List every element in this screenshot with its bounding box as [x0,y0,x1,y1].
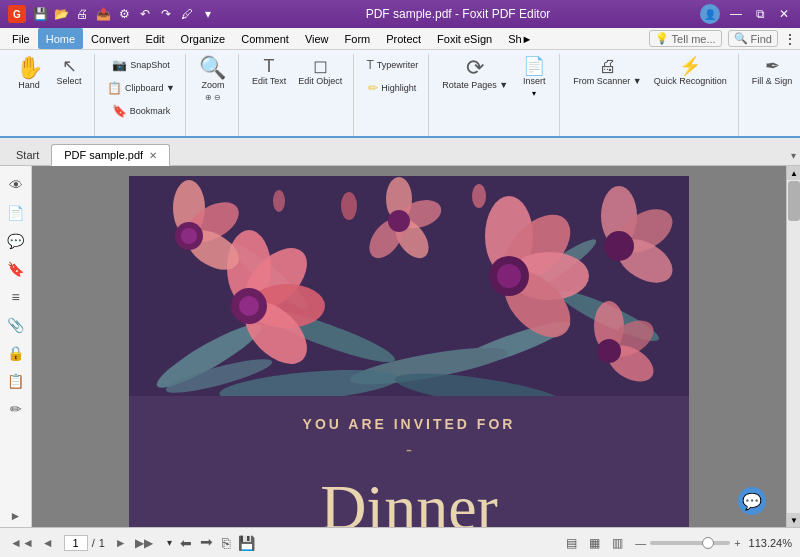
zoom-plus-button[interactable]: + [734,537,740,549]
menu-foxit-esign[interactable]: Foxit eSign [429,28,500,49]
status-right: ▤ ▦ ▥ — + 113.24% [561,534,792,552]
menu-comment[interactable]: Comment [233,28,297,49]
zoom-minus-button[interactable]: — [635,537,646,549]
sidebar-content-icon[interactable]: 📋 [5,370,27,392]
quick-recognition-button[interactable]: ⚡ Quick Recognition [649,54,732,122]
copy-icon[interactable]: ⎘ [222,535,230,551]
svg-point-13 [239,296,259,316]
sidebar-layers-icon[interactable]: ≡ [5,286,27,308]
sidebar-comments-icon[interactable]: 💬 [5,230,27,252]
typewriter-button[interactable]: T Typewriter [362,54,422,76]
sidebar-bookmarks-icon[interactable]: 🔖 [5,258,27,280]
ribbon-scanner-items: 🖨 From Scanner ▼ ⚡ Quick Recognition [568,54,731,136]
rotate-pages-button[interactable]: ⟳ Rotate Pages ▼ [437,54,513,122]
menu-organize[interactable]: Organize [173,28,234,49]
scroll-thumb[interactable] [788,181,800,221]
from-scanner-button[interactable]: 🖨 From Scanner ▼ [568,54,646,122]
dinner-text: Dinner [149,471,669,527]
sidebar-edit-icon[interactable]: ✏ [5,398,27,420]
snapshot-button[interactable]: 📷 SnapShot [103,54,179,76]
tab-scroll[interactable]: ▾ [791,150,796,165]
insert-dropdown: ▾ [532,89,536,98]
first-page-button[interactable]: ◄◄ [8,536,36,550]
restore-button[interactable]: ⧉ [752,6,768,22]
menu-protect[interactable]: Protect [378,28,429,49]
edit-text-button[interactable]: T Edit Text [247,54,291,122]
tools-icon[interactable]: 🖊 [179,6,195,22]
sidebar-pages-icon[interactable]: 📄 [5,202,27,224]
window-controls: 👤 — ⧉ ✕ [700,4,792,24]
tab-start[interactable]: Start [4,145,51,165]
tell-me-box[interactable]: 💡 Tell me... [649,30,722,47]
svg-point-37 [597,339,621,363]
scroll-track[interactable] [787,180,800,513]
bookmark-button[interactable]: 🔖 Bookmark [103,100,179,122]
edit-text-label: Edit Text [252,77,286,87]
ribbon-edit-items: T Edit Text ◻ Edit Object [247,54,347,136]
insert-button[interactable]: 📄 Insert ▾ [515,54,553,122]
tab-dropdown-icon[interactable]: ▾ [791,150,796,161]
two-page-view-button[interactable]: ▦ [584,534,604,552]
file-next-icon[interactable]: ⮕ [200,535,214,551]
fill-sign-button[interactable]: ✒ Fill & Sign [747,54,798,122]
menu-edit[interactable]: Edit [138,28,173,49]
clipboard-label: Clipboard ▼ [125,83,175,93]
save-status-icon[interactable]: 💾 [238,535,255,551]
svg-point-41 [341,192,357,220]
account-icon[interactable]: 👤 [700,4,720,24]
pdf-divider: - [149,440,669,461]
undo-icon[interactable]: ↶ [137,6,153,22]
print-icon[interactable]: 🖨 [74,6,90,22]
scroll-up-button[interactable]: ▲ [787,166,800,180]
save-icon[interactable]: 💾 [32,6,48,22]
page-dropdown-icon[interactable]: ▾ [167,537,172,548]
open-icon[interactable]: 📂 [53,6,69,22]
share-icon[interactable]: 📤 [95,6,111,22]
tell-me-text: Tell me... [672,33,716,45]
minimize-button[interactable]: — [728,6,744,22]
single-page-view-button[interactable]: ▤ [561,534,581,552]
menu-convert[interactable]: Convert [83,28,138,49]
status-page-info: / 1 [64,535,105,551]
next-page-button[interactable]: ► [113,536,129,550]
menu-home[interactable]: Home [38,28,83,49]
menu-share[interactable]: Sh► [500,28,540,49]
zoom-thumb[interactable] [702,537,714,549]
typewriter-col: T Typewriter ✏ Highlight [362,54,422,122]
ribbon-collapse-icon[interactable]: ⋮ [784,32,796,46]
menu-view[interactable]: View [297,28,337,49]
select-button[interactable]: ↖ Select [50,54,88,122]
tab-close-button[interactable]: ✕ [149,150,157,161]
redo-icon[interactable]: ↷ [158,6,174,22]
chat-icon[interactable]: 💬 [738,487,766,515]
ribbon-group-scanner: 🖨 From Scanner ▼ ⚡ Quick Recognition [562,54,738,136]
page-number-input[interactable] [64,535,88,551]
file-prev-icon[interactable]: ⬅ [180,535,192,551]
dropdown-icon[interactable]: ▾ [200,6,216,22]
page-total: 1 [99,537,105,549]
scroll-down-button[interactable]: ▼ [787,513,800,527]
last-page-button[interactable]: ▶▶ [133,536,155,550]
sidebar-security-icon[interactable]: 🔒 [5,342,27,364]
sidebar-attachments-icon[interactable]: 📎 [5,314,27,336]
scroll-view-button[interactable]: ▥ [607,534,627,552]
sidebar-collapse-icon[interactable]: ► [10,509,22,523]
find-box[interactable]: 🔍 Find [728,30,778,47]
prev-page-button[interactable]: ◄ [40,536,56,550]
hand-button[interactable]: ✋ Hand [10,54,48,122]
ribbon-sign-items: ✒ Fill & Sign 🔑 Activate 🛒 Buy Now [747,54,800,136]
right-scrollbar[interactable]: ▲ ▼ [786,166,800,527]
edit-object-button[interactable]: ◻ Edit Object [293,54,347,122]
quick-recognition-icon: ⚡ [679,57,701,75]
settings-icon[interactable]: ⚙ [116,6,132,22]
tab-pdf-sample[interactable]: PDF sample.pdf ✕ [51,144,170,166]
highlight-button[interactable]: ✏ Highlight [362,77,422,99]
sidebar-hand-icon[interactable]: 👁 [5,174,27,196]
menu-form[interactable]: Form [337,28,379,49]
select-icon: ↖ [62,57,77,75]
menu-file[interactable]: File [4,28,38,49]
zoom-track[interactable] [650,541,730,545]
clipboard-button[interactable]: 📋 Clipboard ▼ [103,77,179,99]
close-button[interactable]: ✕ [776,6,792,22]
zoom-button[interactable]: 🔍 Zoom ⊕ ⊖ [194,54,232,122]
